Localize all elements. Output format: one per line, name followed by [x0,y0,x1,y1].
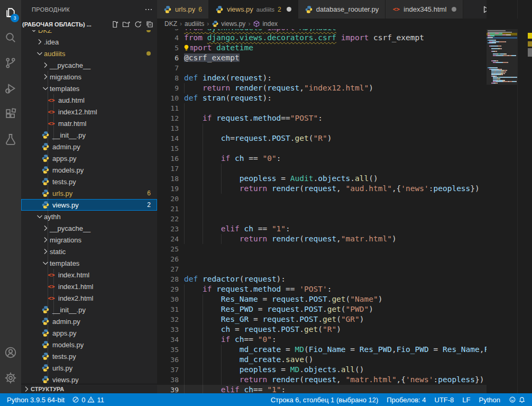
breadcrumb-item-DKZ[interactable]: DKZ [164,20,177,28]
tab-views.py[interactable]: views.pyaudiiits2 [209,0,298,19]
tree-item-templates[interactable]: templates [21,257,157,269]
lightbulb-icon[interactable] [182,44,190,52]
tree-item-apps.py[interactable]: apps.py [21,327,157,339]
tree-item-migrations[interactable]: migrations [21,234,157,246]
code-line-12[interactable]: 12 if request.method=="POST": [157,113,487,123]
code-line-18[interactable]: 18 peopless = Audit.objects.all() [157,174,487,184]
problems-indicator[interactable]: 0 11 [72,396,104,404]
code-line-10[interactable]: 10def stran(request): [157,93,487,103]
tree-item-models.py[interactable]: models.py [21,339,157,350]
new-folder-icon[interactable] [122,20,131,29]
tree-item-urls.py[interactable]: urls.py [21,362,157,374]
tree-item-matr.html[interactable]: <>matr.html [21,118,157,129]
code-line-38[interactable]: 38 return render(request, "matr.html",{'… [157,375,487,385]
code-line-13[interactable]: 13 [157,123,487,133]
code-line-3[interactable]: 3from aythh.models import MD,Audit [157,29,487,33]
code-line-8[interactable]: 8def index(request): [157,73,487,83]
encoding[interactable]: UTF-8 [435,396,454,404]
tree-item-apps.py[interactable]: apps.py [21,152,157,164]
code-line-31[interactable]: 31 Res_PWD = request.POST.get("PWD") [157,304,487,314]
tree-item-.idea[interactable]: .idea [21,36,157,48]
code-line-19[interactable]: 19 return render(request, "aud.html",{'n… [157,184,487,194]
activity-accounts[interactable] [0,340,21,366]
code-line-25[interactable]: 25 [157,244,487,254]
code-line-14[interactable]: 14 ch=request.POST.get("R") [157,133,487,143]
workspace-section-header[interactable]: (РАБОЧАЯ ОБЛАСТЬ) ... [21,19,157,30]
code-line-16[interactable]: 16 if ch == "0": [157,154,487,164]
tree-item-index.html[interactable]: <>index.html [21,269,157,281]
tree-item-urls.py[interactable]: urls.py6 [21,187,157,199]
code-line-37[interactable]: 37 peopless = MD.objects.all() [157,365,487,375]
code-line-22[interactable]: 22 [157,214,487,224]
tree-item-audiiits[interactable]: audiiits [21,48,157,59]
activity-source-control[interactable] [0,51,21,76]
activity-settings[interactable] [0,366,21,391]
code-line-15[interactable]: 15 [157,143,487,154]
tab-index345.html[interactable]: <>index345.html [386,0,463,19]
tree-item-__init__.py[interactable]: __init__.py [21,304,157,315]
breadcrumb-item-audiiits[interactable]: audiiits [185,20,204,28]
code-line-17[interactable]: 17 [157,164,487,174]
tab-database_roouter.py[interactable]: database_roouter.py [298,0,386,19]
breadcrumb-item-index[interactable]: index [253,20,278,28]
eol-selector[interactable]: LF [462,396,470,404]
code-line-39[interactable]: 39 elif ch== "1": [157,385,487,393]
code-line-9[interactable]: 9 return render(request,"index12.html") [157,83,487,93]
dirty-indicator[interactable] [287,7,291,12]
outline-section-header[interactable]: СТРУКТУРА [21,384,157,393]
code-line-33[interactable]: 33 ch = request.POST.get("R") [157,324,487,335]
language-mode[interactable]: Python [479,396,500,404]
new-file-icon[interactable] [111,20,119,29]
tree-item-__pycache__[interactable]: __pycache__ [21,222,157,234]
code-line-27[interactable]: 27 [157,264,487,274]
scrollbar[interactable] [517,0,532,393]
tree-item-__init__.py[interactable]: __init__.py [21,129,157,141]
code-line-28[interactable]: 28def redactor(request): [157,274,487,284]
tree-item-views.py[interactable]: views.py2 [21,199,157,211]
cursor-position[interactable]: Строка 6, столбец 1 (выбрано 12) [271,396,379,404]
feedback-icon[interactable] [509,396,516,403]
bell-icon[interactable] [518,396,526,403]
dirty-indicator[interactable] [452,7,456,12]
tree-item-index12.html[interactable]: <>index12.html [21,106,157,118]
code-line-35[interactable]: 35 md_create = MD(Fio_Name = Res_PWD,Fio… [157,345,487,355]
tree-item-migrations[interactable]: migrations [21,71,157,83]
tree-item-index2.html[interactable]: <>index2.html [21,292,157,304]
code-line-4[interactable]: 4from django.views.decorators.csrf impor… [157,33,487,43]
tree-item-views.py[interactable]: views.py [21,374,157,384]
breadcrumb-item-views.py[interactable]: views.py [212,20,245,28]
collapse-all-icon[interactable] [145,20,154,29]
more-actions-icon[interactable] [144,5,153,14]
tree-item-models.py[interactable]: models.py [21,164,157,176]
code-editor[interactable]: 3from aythh.models import MD,Audit4from … [157,29,487,393]
code-line-32[interactable]: 32 Res_GR = request.POST.get("GR") [157,314,487,324]
tree-item-__pycache__[interactable]: __pycache__ [21,59,157,71]
code-line-34[interactable]: 34 if ch== "0": [157,335,487,345]
tree-item-templates[interactable]: templates [21,83,157,94]
activity-search[interactable] [0,25,21,51]
tree-item-index1.html[interactable]: <>index1.html [21,281,157,292]
tree-item-DKZ[interactable]: DKZ [21,30,157,36]
code-line-36[interactable]: 36 md_create.save() [157,355,487,365]
refresh-icon[interactable] [134,20,142,29]
code-line-21[interactable]: 21 [157,204,487,214]
minimap[interactable] [487,0,517,393]
code-line-29[interactable]: 29 if request.method == 'POST': [157,284,487,294]
activity-testing[interactable] [0,127,21,152]
activity-run-debug[interactable] [0,76,21,102]
tree-item-tests.py[interactable]: tests.py [21,176,157,187]
python-interpreter[interactable]: Python 3.9.5 64-bit [7,396,65,404]
code-line-5[interactable]: 5import datetime [157,43,487,53]
activity-explorer[interactable]: 3 [0,0,21,25]
tree-item-admin.py[interactable]: admin.py [21,315,157,327]
scrollbar-thumb[interactable] [528,48,532,57]
tree-item-admin.py[interactable]: admin.py [21,141,157,152]
code-line-30[interactable]: 30 Res_Name = request.POST.get("Name") [157,294,487,304]
tree-item-tests.py[interactable]: tests.py [21,350,157,362]
activity-extensions[interactable] [0,102,21,127]
tab-urls.py[interactable]: urls.py6 [157,0,209,19]
code-line-20[interactable]: 20 [157,194,487,204]
code-line-26[interactable]: 26 [157,254,487,264]
indentation[interactable]: Пробелов: 4 [387,396,426,404]
code-line-6[interactable]: 6@csrf_exempt [157,53,487,63]
